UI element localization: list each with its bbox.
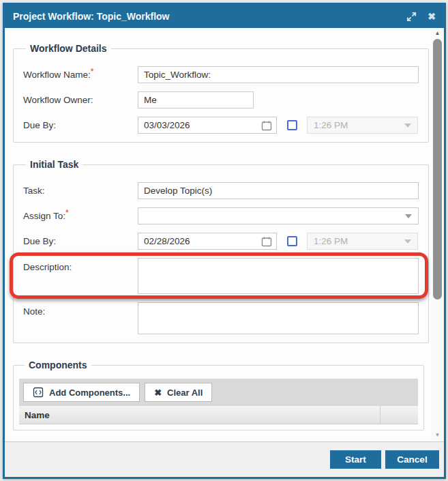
components-table-body [19, 424, 418, 430]
note-row: Note: [23, 302, 419, 334]
clear-all-label: Clear All [167, 388, 203, 398]
chevron-down-icon [404, 239, 411, 244]
workflow-dueby-time-dropdown[interactable]: 1:26 PM [307, 117, 418, 134]
description-label: Description: [23, 258, 138, 272]
task-dueby-time-checkbox[interactable] [287, 236, 297, 246]
description-row: Description: [23, 258, 419, 294]
initial-task-legend: Initial Task [26, 159, 83, 170]
workflow-dueby-datebox [138, 117, 277, 134]
note-label: Note: [23, 302, 138, 317]
note-textarea[interactable] [138, 302, 419, 334]
add-components-button[interactable]: Add Components... [23, 383, 140, 402]
close-icon[interactable]: ✖ [428, 11, 436, 22]
workflow-details-legend: Workflow Details [26, 43, 111, 54]
workflow-details-section: Workflow Details Workflow Name:* Workflo… [13, 43, 429, 143]
project-workflow-dialog: Project Workflow: Topic_Workflow ✖ Workf… [3, 3, 446, 479]
start-button[interactable]: Start [330, 450, 381, 469]
vertical-scrollbar[interactable]: ▲ ▼ [431, 28, 444, 441]
dialog-title-bar: Project Workflow: Topic_Workflow ✖ [5, 5, 444, 28]
assign-to-row: Assign To:* [23, 207, 419, 224]
assign-to-label: Assign To:* [23, 211, 138, 221]
components-legend: Components [25, 360, 91, 370]
dialog-footer: Start Cancel [5, 441, 444, 477]
required-asterisk: * [65, 208, 69, 218]
add-components-icon [33, 387, 44, 398]
scroll-down-icon[interactable]: ▼ [435, 432, 440, 439]
workflow-dueby-label: Due By: [23, 120, 138, 130]
chevron-down-icon [404, 123, 411, 128]
dialog-title: Project Workflow: Topic_Workflow [13, 11, 395, 22]
column-header-extra [380, 406, 418, 424]
task-row: Task: [23, 182, 419, 199]
task-dueby-date-input[interactable] [138, 236, 257, 246]
dialog-body: Workflow Details Workflow Name:* Workflo… [5, 28, 444, 441]
components-section: Components Add Components... ✖ Clear All [13, 360, 424, 431]
calendar-icon[interactable] [257, 120, 276, 131]
clear-all-x-icon: ✖ [154, 388, 162, 398]
description-textarea[interactable] [138, 258, 419, 294]
workflow-owner-input[interactable] [138, 91, 254, 108]
components-table-header: Name [19, 406, 418, 424]
task-dueby-label: Due By: [23, 236, 138, 246]
clear-all-button[interactable]: ✖ Clear All [145, 383, 212, 402]
task-dueby-row: Due By: [23, 233, 419, 250]
task-label: Task: [23, 186, 138, 196]
calendar-icon[interactable] [257, 236, 276, 247]
cancel-button[interactable]: Cancel [385, 450, 439, 469]
task-dueby-datebox [138, 233, 277, 250]
task-dueby-time-dropdown[interactable]: 1:26 PM [307, 233, 418, 250]
workflow-name-input[interactable] [138, 66, 419, 83]
maximize-icon[interactable] [406, 12, 417, 22]
initial-task-section: Initial Task Task: Assign To:* Due By: [13, 159, 429, 343]
task-dueby-time-value: 1:26 PM [314, 236, 348, 246]
workflow-owner-label: Workflow Owner: [23, 95, 138, 105]
task-input[interactable] [138, 182, 419, 199]
chevron-down-icon [405, 214, 412, 218]
workflow-dueby-date-input[interactable] [138, 120, 257, 130]
scrollbar-thumb[interactable] [433, 39, 442, 300]
add-components-label: Add Components... [49, 388, 130, 398]
assign-to-dropdown[interactable] [138, 207, 419, 224]
workflow-name-row: Workflow Name:* [23, 66, 419, 83]
form-scroll-area: Workflow Details Workflow Name:* Workflo… [5, 28, 431, 441]
workflow-dueby-row: Due By: [23, 117, 419, 134]
workflow-dueby-time-value: 1:26 PM [314, 120, 348, 130]
scroll-up-icon[interactable]: ▲ [435, 30, 440, 37]
components-toolbar: Add Components... ✖ Clear All [19, 379, 418, 406]
required-asterisk: * [91, 67, 94, 76]
workflow-dueby-time-checkbox[interactable] [287, 120, 297, 130]
column-header-name: Name [19, 410, 380, 420]
workflow-owner-row: Workflow Owner: [23, 91, 419, 108]
workflow-name-label: Workflow Name:* [23, 70, 138, 80]
